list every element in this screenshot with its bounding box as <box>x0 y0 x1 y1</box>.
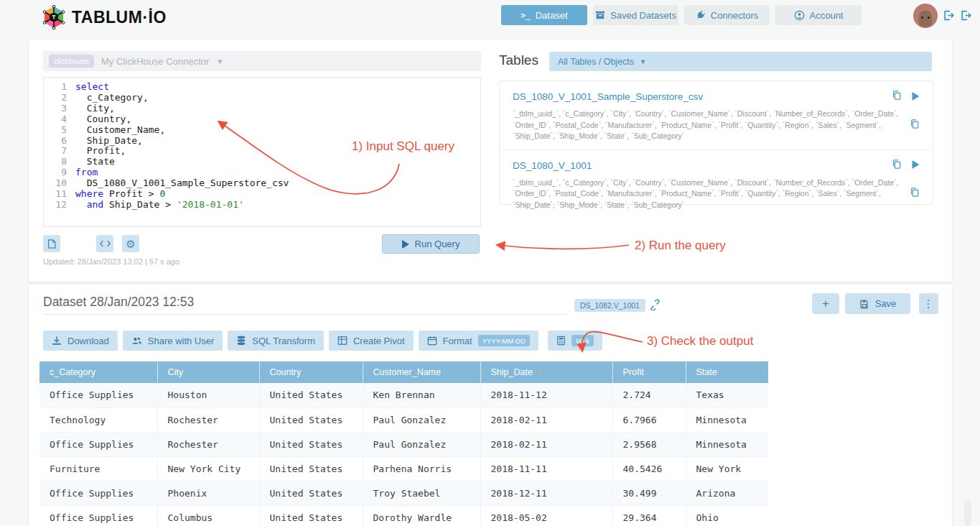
connector-name: My ClickHouse Connector <box>101 56 209 67</box>
line-number: 2 <box>44 93 67 103</box>
code-line: DS_1080_V_1001_Sample_Superstore_csv <box>75 178 480 189</box>
table-cell: 2018-02-11 <box>480 432 612 456</box>
download-button[interactable]: Download <box>43 331 118 351</box>
link-icon[interactable] <box>649 299 661 313</box>
line-number: 3 <box>44 103 67 114</box>
database-icon <box>236 336 246 346</box>
query-settings-button[interactable]: ⚙ <box>122 235 139 252</box>
sql-code[interactable]: select c_Category, City, Country, Custom… <box>75 82 480 226</box>
table-cell: Office Supplies <box>39 505 157 526</box>
run-table-icon[interactable] <box>912 159 920 172</box>
plus-icon: + <box>822 297 829 311</box>
tables-panel-title: Tables <box>499 52 538 68</box>
table-cell: United States <box>259 407 363 432</box>
line-number: 1 <box>44 82 67 93</box>
table-name-link[interactable]: DS_1080_V_1001_Sample_Superstore_csv <box>513 91 882 102</box>
table-cell: United States <box>259 432 363 456</box>
table-row: Office SuppliesColumbusUnited StatesDoro… <box>39 505 768 526</box>
sql-transform-button[interactable]: SQL Transform <box>228 331 324 351</box>
column-header-ship_date[interactable]: Ship_Date• <box>480 361 612 383</box>
column-header-city[interactable]: City <box>157 361 259 383</box>
logo-hexagon-icon <box>42 5 66 29</box>
nav-tab-label: Dataset <box>536 10 568 21</box>
table-cell: Dorothy Wardle <box>363 505 480 526</box>
dataset-toolbar: Download Share with User SQL Transform C… <box>43 331 602 351</box>
nav-tab-label: Connectors <box>711 10 758 21</box>
table-cell: 2.9568 <box>612 432 686 456</box>
sort-indicator: • <box>537 368 540 377</box>
logo[interactable]: TABLUM·İO <box>42 5 167 29</box>
table-cell: Ohio <box>686 505 768 526</box>
copy-icon[interactable] <box>892 159 902 172</box>
nav-tab-account[interactable]: Account <box>775 5 862 25</box>
dataset-id-badge: DS_1082.V_1001 <box>574 299 645 312</box>
column-header-customer_name[interactable]: Customer_Name <box>363 361 480 383</box>
save-button[interactable]: Save <box>845 293 910 314</box>
copy-columns-icon[interactable] <box>910 119 920 132</box>
line-number: 11 <box>44 189 67 200</box>
table-cell: 2018-11-12 <box>480 383 612 407</box>
table-cell: Phoenix <box>157 481 259 505</box>
table-cell: United States <box>259 383 363 407</box>
tables-filter-dropdown[interactable]: All Tables / Objects ▼ <box>549 52 932 71</box>
tables-list: DS_1080_V_1001_Sample_Superstore_csv `_t… <box>499 80 933 205</box>
dataset-title: Dataset 28/Jan/2023 12:53 <box>43 295 194 310</box>
create-pivot-button[interactable]: Create Pivot <box>329 331 414 351</box>
connector-type-badge: clickhouse <box>49 55 94 68</box>
nav-tab-connectors[interactable]: Connectors <box>684 5 770 25</box>
table-name-link[interactable]: DS_1080_V_1001 <box>513 160 882 171</box>
copy-columns-icon[interactable] <box>910 187 920 200</box>
column-header-profit[interactable]: Profit <box>612 361 686 383</box>
table-cell: Furniture <box>39 456 157 481</box>
column-header-state[interactable]: State <box>686 361 768 383</box>
exit-icon[interactable] <box>960 9 972 22</box>
table-entry: DS_1080_V_1001 `_tblm_uuid_`, `c_Categor… <box>500 149 933 218</box>
new-query-button[interactable] <box>43 235 60 252</box>
line-number: 12 <box>44 200 67 211</box>
add-button[interactable]: + <box>812 293 839 314</box>
logout-icon[interactable] <box>943 9 955 22</box>
column-header-c_category[interactable]: c_Category <box>39 361 157 383</box>
table-cell: Ken Brennan <box>363 383 480 407</box>
kebab-icon: ⋮ <box>923 297 935 310</box>
table-cell: Minnesota <box>686 432 768 456</box>
scrollbar-thumb[interactable] <box>964 501 971 526</box>
table-cell: Paul Gonzalez <box>363 432 480 456</box>
new-file-icon <box>47 239 57 249</box>
run-table-icon[interactable] <box>912 91 920 103</box>
share-with-user-button[interactable]: Share with User <box>123 331 223 351</box>
query-workspace-card: clickhouse My ClickHouse Connector ▼ 123… <box>29 40 952 282</box>
terminal-icon: >_ <box>521 11 530 20</box>
table-cell: 6.7966 <box>612 407 686 432</box>
connector-selector[interactable]: clickhouse My ClickHouse Connector ▼ <box>43 51 481 71</box>
save-icon <box>859 299 869 309</box>
date-format-badge: YYYY-MM-DD <box>478 335 530 346</box>
avatar[interactable] <box>913 4 938 28</box>
table-cell: United States <box>259 481 363 505</box>
table-cell: Texas <box>686 383 768 407</box>
line-number: 5 <box>44 125 67 136</box>
code-icon <box>100 239 111 248</box>
table-cell: Columbus <box>157 505 259 526</box>
table-cell: 2018-12-11 <box>480 481 612 505</box>
nav-tab-saved-datasets[interactable]: Saved Datasets <box>593 5 678 25</box>
table-cell: Rochester <box>157 432 259 456</box>
account-icon <box>794 10 805 21</box>
table-row: TechnologyRochesterUnited StatesPaul Gon… <box>39 407 768 432</box>
more-options-button[interactable]: ⋮ <box>919 293 938 314</box>
copy-icon[interactable] <box>892 90 902 103</box>
table-cell: 30.499 <box>612 481 686 505</box>
precision-button[interactable]: 99.9 <box>548 331 602 351</box>
tables-filter-label: All Tables / Objects <box>558 57 634 67</box>
nav-tab-label: Saved Datasets <box>610 10 676 21</box>
annotation-step1: 1) Input SQL query <box>352 139 454 154</box>
code-view-button[interactable] <box>96 235 113 252</box>
nav-tab-dataset[interactable]: >_ Dataset <box>501 5 587 25</box>
table-cell: New York <box>686 456 768 481</box>
table-cell: Houston <box>157 383 259 407</box>
column-header-country[interactable]: Country <box>259 361 363 383</box>
run-query-button[interactable]: Run Query <box>382 234 480 254</box>
dataset-table-head-row: c_CategoryCityCountryCustomer_NameShip_D… <box>39 361 768 383</box>
save-label: Save <box>875 298 897 309</box>
format-button[interactable]: Format YYYY-MM-DD <box>419 331 539 351</box>
